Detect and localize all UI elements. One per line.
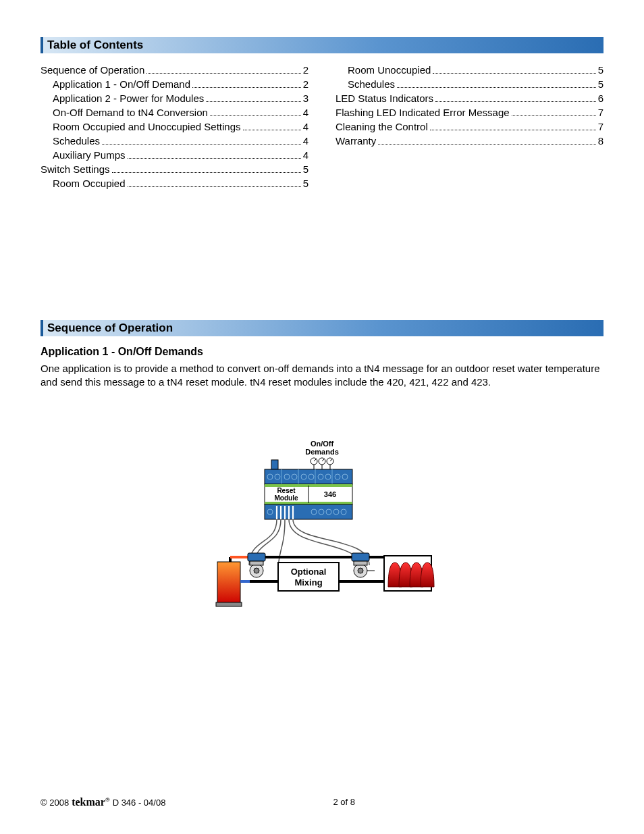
svg-point-52 bbox=[254, 568, 259, 573]
footer-left: © 2008 tekmar® D 346 - 04/08 bbox=[41, 796, 165, 808]
mixing-label-1: Optional bbox=[291, 567, 327, 577]
toc-entry-page: 2 bbox=[303, 64, 308, 76]
toc-entry-title: Schedules bbox=[53, 135, 100, 147]
demands-label-line2: Demands bbox=[305, 448, 339, 456]
page-footer: © 2008 tekmar® D 346 - 04/08 2 of 8 bbox=[41, 796, 603, 808]
svg-rect-50 bbox=[248, 553, 265, 561]
toc-entry: Warranty8 bbox=[336, 135, 603, 147]
toc-entry-title: Auxiliary Pumps bbox=[53, 149, 126, 161]
toc-entry-page: 4 bbox=[303, 121, 308, 132]
toc-entry-title: Warranty bbox=[336, 135, 376, 147]
vertical-spacer bbox=[41, 192, 603, 320]
toc-dots bbox=[378, 136, 595, 145]
module-top-block bbox=[271, 460, 278, 469]
toc-entry-page: 7 bbox=[598, 107, 603, 118]
toc-entry-title: On-Off Demand to tN4 Conversion bbox=[53, 107, 208, 118]
toc-entry: Flashing LED Indicated Error Message7 bbox=[336, 107, 603, 118]
svg-rect-42 bbox=[216, 602, 242, 606]
toc-entry-title: Cleaning the Control bbox=[336, 121, 428, 132]
toc-entry: Switch Settings5 bbox=[41, 163, 308, 175]
toc-entry-title: Flashing LED Indicated Error Message bbox=[336, 107, 510, 118]
toc-dots bbox=[430, 122, 596, 131]
toc-entry-page: 4 bbox=[303, 149, 308, 161]
toc-heading-text: Table of Contents bbox=[47, 38, 143, 52]
toc-entry: Room Occupied and Unoccupied Settings4 bbox=[41, 121, 308, 132]
toc-entry-title: LED Status Indicators bbox=[336, 93, 433, 104]
toc-entry-title: Sequence of Operation bbox=[41, 64, 144, 76]
pump-1-icon bbox=[248, 553, 265, 577]
toc-heading: Table of Contents bbox=[41, 37, 603, 53]
toc-entry: Schedules5 bbox=[336, 78, 603, 90]
reset-label-2: Module bbox=[275, 494, 298, 502]
app1-body-text: One application is to provide a method t… bbox=[41, 362, 603, 390]
toc-entry-page: 5 bbox=[598, 64, 603, 76]
toc-dots bbox=[435, 93, 596, 103]
toc-entry-page: 7 bbox=[598, 121, 603, 132]
toc-right-column: Room Unoccupied5Schedules5LED Status Ind… bbox=[336, 61, 603, 192]
toc-entry: On-Off Demand to tN4 Conversion4 bbox=[41, 107, 308, 118]
svg-point-56 bbox=[358, 568, 363, 573]
toc-entry-page: 5 bbox=[303, 178, 308, 189]
toc-entry: Schedules4 bbox=[41, 135, 308, 147]
toc-entry: Auxiliary Pumps4 bbox=[41, 149, 308, 161]
demand-nodes-icon bbox=[311, 458, 333, 469]
radiator-icon bbox=[384, 556, 434, 591]
brand-logo: tekmar® bbox=[72, 796, 110, 808]
toc-columns: Sequence of Operation2Application 1 - On… bbox=[41, 61, 603, 192]
app1-subheading: Application 1 - On/Off Demands bbox=[41, 346, 603, 358]
toc-entry-page: 3 bbox=[303, 93, 308, 104]
svg-rect-54 bbox=[352, 553, 369, 561]
application-diagram: On/Off Demands R bbox=[41, 437, 603, 626]
toc-entry-page: 5 bbox=[598, 78, 603, 90]
toc-entry-page: 4 bbox=[303, 107, 308, 118]
copyright-text: © 2008 bbox=[41, 798, 69, 808]
svg-rect-41 bbox=[217, 562, 240, 604]
toc-entry-page: 2 bbox=[303, 78, 308, 90]
model-label: 346 bbox=[324, 490, 336, 498]
pump-2-icon bbox=[352, 553, 369, 577]
toc-entry: Sequence of Operation2 bbox=[41, 64, 308, 76]
toc-entry-page: 4 bbox=[303, 135, 308, 147]
sequence-heading-text: Sequence of Operation bbox=[47, 321, 173, 335]
doc-id: D 346 - 04/08 bbox=[113, 798, 166, 808]
toc-left-column: Sequence of Operation2Application 1 - On… bbox=[41, 61, 308, 192]
boiler-icon bbox=[216, 562, 242, 606]
svg-rect-57 bbox=[354, 561, 367, 565]
toc-entry: Cleaning the Control7 bbox=[336, 121, 603, 132]
toc-entry-title: Room Occupied and Unoccupied Settings bbox=[53, 121, 241, 132]
toc-dots bbox=[210, 107, 301, 117]
toc-entry-title: Room Unoccupied bbox=[348, 64, 431, 76]
toc-entry-title: Switch Settings bbox=[41, 163, 110, 175]
toc-dots bbox=[243, 122, 301, 131]
toc-dots bbox=[128, 150, 301, 159]
toc-entry-page: 6 bbox=[598, 93, 603, 104]
toc-dots bbox=[112, 164, 301, 174]
reset-label-1: Reset bbox=[277, 487, 296, 494]
toc-dots bbox=[192, 79, 301, 88]
page-number: 2 of 8 bbox=[333, 797, 355, 807]
toc-dots bbox=[146, 65, 300, 74]
sequence-heading: Sequence of Operation bbox=[41, 320, 603, 336]
toc-dots bbox=[128, 178, 301, 188]
toc-dots bbox=[512, 107, 596, 117]
toc-entry: Room Occupied5 bbox=[41, 178, 308, 189]
toc-entry: LED Status Indicators6 bbox=[336, 93, 603, 104]
toc-entry: Room Unoccupied5 bbox=[336, 64, 603, 76]
toc-entry-page: 8 bbox=[598, 135, 603, 147]
toc-dots bbox=[433, 65, 595, 74]
toc-entry-title: Application 2 - Power for Modules bbox=[53, 93, 204, 104]
diagram-svg: On/Off Demands R bbox=[200, 437, 444, 626]
svg-rect-53 bbox=[250, 561, 263, 565]
toc-entry-page: 5 bbox=[303, 163, 308, 175]
toc-dots bbox=[206, 93, 300, 103]
toc-dots bbox=[397, 79, 596, 88]
toc-entry-title: Schedules bbox=[348, 78, 395, 90]
demands-label-line1: On/Off bbox=[311, 440, 334, 448]
toc-entry-title: Room Occupied bbox=[53, 178, 126, 189]
mixing-label-2: Mixing bbox=[294, 577, 322, 588]
toc-entry: Application 1 - On/Off Demand2 bbox=[41, 78, 308, 90]
toc-entry-title: Application 1 - On/Off Demand bbox=[53, 78, 190, 90]
module-icon: Reset Module 346 bbox=[265, 469, 352, 519]
toc-entry: Application 2 - Power for Modules3 bbox=[41, 93, 308, 104]
toc-dots bbox=[102, 136, 301, 145]
